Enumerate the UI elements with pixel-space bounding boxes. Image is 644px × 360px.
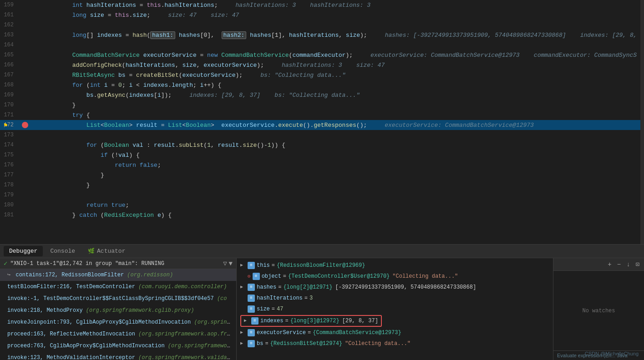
- var-expand-hi[interactable]: [240, 294, 246, 303]
- var-extra-object: "Collecting data...": [392, 272, 458, 281]
- var-extra-indexes: [29, 8, 37]: [342, 316, 378, 325]
- var-item-bs[interactable]: ▶ ≡ bs = {RedissonBitSet@12974} "Collect…: [237, 338, 553, 349]
- watches-empty-content: No watches: [553, 271, 644, 350]
- stack-frame-1[interactable]: testBloomFilter:216, TestDemoController …: [0, 281, 236, 293]
- frame-class-6: (org.springframework: [168, 343, 233, 349]
- var-item-this[interactable]: ▶ ≡ this = {RedissonBloomFilter@12969}: [237, 260, 553, 271]
- line-num-170: 170: [0, 102, 20, 108]
- var-eq-size: =: [272, 305, 275, 314]
- current-line-arrow: ⚑: [4, 121, 7, 129]
- code-content-165: CommandBatchService executorService = ne…: [30, 52, 637, 59]
- code-content-169: bs.getAsync(indexes[i]); indexes: [29, 8…: [30, 92, 635, 99]
- line-num-179: 179: [0, 192, 20, 198]
- stack-frame-4[interactable]: invokeJoinpoint:793, CglibAopProxy$Cglib…: [0, 316, 236, 328]
- code-line-167: 167 RBitSetAsync bs = createBitSet(execu…: [0, 70, 644, 80]
- line-num-181: 181: [0, 212, 20, 218]
- stack-frame-3[interactable]: invoke:218, MethodProxy (org.springframe…: [0, 305, 236, 316]
- var-expand-object[interactable]: [240, 272, 246, 281]
- tab-actuator[interactable]: 🌿 Actuator: [82, 246, 131, 256]
- var-value-es: {CommandBatchService@12973}: [313, 328, 401, 337]
- watermark: CSDN @MichelleChung: [585, 351, 639, 356]
- frame-class-2: (co: [217, 295, 227, 302]
- var-item-indexes[interactable]: ▶ ≡ indexes = {long[3]@12972} [29, 8, 37…: [237, 315, 553, 327]
- code-line-172: 172 List<Boolean> result = List<Boolean>…: [0, 120, 644, 130]
- stack-frame-6[interactable]: proceed:763, CglibAopProxy$CglibMethodIn…: [0, 340, 236, 352]
- watches-empty-label: No watches: [582, 308, 615, 314]
- var-name-this: this: [257, 261, 270, 270]
- tab-console[interactable]: Console: [45, 246, 81, 256]
- line-num-168: 168: [0, 82, 20, 88]
- tab-debugger[interactable]: Debugger: [4, 246, 43, 256]
- var-name-es: executorService: [257, 328, 306, 337]
- var-icon-bs: ≡: [248, 340, 255, 347]
- line-num-176: 176: [0, 162, 20, 168]
- tab-console-label: Console: [50, 248, 75, 255]
- code-line-169: 169 bs.getAsync(indexes[i]); indexes: [2…: [0, 90, 644, 100]
- frame-name-1: testBloomFilter:216, TestDemoController: [7, 284, 135, 290]
- code-content-159: int hashIterations = this.hashIterations…: [30, 2, 635, 9]
- var-icon-this: ≡: [248, 262, 255, 269]
- stack-thread: ✓ "XNIO-1 task-1"@12,742 in group "main"…: [4, 260, 221, 267]
- stack-frame-5[interactable]: proceed:163, ReflectiveMethodInvocation …: [0, 328, 236, 340]
- var-value-indexes-ref: {long[3]@12972}: [290, 316, 340, 325]
- code-line-176: 176 return false;: [0, 160, 644, 170]
- var-expand-this[interactable]: ▶: [240, 261, 246, 270]
- code-content-168: for (int i = 0; i < indexes.length; i++)…: [30, 82, 635, 89]
- thread-label: "XNIO-1 task-1"@12,742 in group "main": …: [10, 260, 164, 267]
- code-line-173: 173: [0, 130, 644, 140]
- line-num-169: 169: [0, 92, 20, 98]
- code-content-170: }: [30, 102, 635, 109]
- var-eq-bs: =: [265, 339, 268, 348]
- code-line-178: 178 }: [0, 180, 644, 190]
- code-line-161: 161 long size = this.size; size: 47 size…: [0, 10, 644, 20]
- frame-arrow-icon: ↪: [7, 272, 10, 278]
- frame-name-3: invoke:218, MethodProxy: [7, 307, 83, 314]
- stack-frame-2[interactable]: invoke:-1, TestDemoController$$FastClass…: [0, 293, 236, 305]
- var-eq-es: =: [308, 328, 311, 337]
- var-item-executorservice[interactable]: ▶ ≡ executorService = {CommandBatchServi…: [237, 327, 553, 338]
- var-expand-es[interactable]: ▶: [240, 328, 246, 337]
- var-value-object: {TestDemoController$User@12970}: [288, 272, 390, 281]
- stack-frame-7[interactable]: invoke:123, MethodValidationInterceptor …: [0, 352, 236, 360]
- code-line-175: 175 if (!val) {: [0, 150, 644, 160]
- frame-class-1: (com.ruoyi.demo.controller): [138, 284, 227, 290]
- frame-name-5: proceed:163, ReflectiveMethodInvocation: [7, 331, 135, 337]
- stack-frames-list: ↪ contains:172, RedissonBloomFilter (org…: [0, 269, 236, 360]
- line-num-162: 162: [0, 22, 20, 28]
- stack-dropdown-button[interactable]: ▼: [229, 260, 233, 267]
- code-content-161: long size = this.size; size: 47 size: 47: [30, 12, 635, 19]
- var-name-indexes: indexes: [260, 316, 283, 325]
- watches-add-button[interactable]: +: [606, 260, 613, 269]
- frame-class-4: (org.springfr: [194, 319, 236, 325]
- line-num-163: 163: [0, 32, 20, 38]
- frame-class-3: (org.springframework.cglib.proxy): [86, 307, 194, 314]
- watches-clear-button[interactable]: ⊡: [634, 260, 641, 269]
- vars-panel: ▶ ≡ this = {RedissonBloomFilter@12969} ⊙…: [237, 258, 553, 360]
- var-expand-hashes[interactable]: ▶: [240, 283, 246, 292]
- watches-toolbar: + − ↓ ⊡: [553, 258, 644, 271]
- var-item-hashes[interactable]: ▶ ≡ hashes = {long[2]@12971} [-392724991…: [237, 282, 553, 293]
- editor-scrollbar[interactable]: [640, 0, 644, 244]
- line-num-164: 164: [0, 42, 20, 48]
- bottom-panel: Debugger Console 🌿 Actuator ✓ "XNIO-1 ta…: [0, 244, 644, 360]
- var-expand-indexes[interactable]: ▶: [244, 316, 249, 325]
- code-content-166: addConfigCheck(hashIterations, size, exe…: [30, 62, 635, 69]
- stack-frame-0[interactable]: ↪ contains:172, RedissonBloomFilter (org…: [0, 269, 236, 281]
- frame-name-2: invoke:-1, TestDemoController$$FastClass…: [7, 295, 214, 302]
- var-eq-hi: =: [304, 294, 308, 303]
- stack-filter-button[interactable]: ▽: [223, 260, 227, 267]
- var-extra-bs: "Collecting data...": [345, 339, 411, 348]
- watches-down-button[interactable]: ↓: [624, 260, 632, 269]
- thread-check-icon: ✓: [4, 260, 7, 267]
- var-item-size[interactable]: ≡ size = 47: [237, 304, 553, 315]
- var-item-hashiterations[interactable]: ≡ hashIterations = 3: [237, 293, 553, 304]
- bp-172: [20, 122, 30, 128]
- code-content-167: RBitSetAsync bs = createBitSet(executorS…: [30, 72, 635, 79]
- var-expand-size[interactable]: [240, 305, 246, 314]
- var-expand-bs[interactable]: ▶: [240, 339, 246, 348]
- code-content-177: }: [30, 172, 635, 179]
- var-item-object[interactable]: ⊙ ≡ object = {TestDemoController$User@12…: [237, 271, 553, 282]
- watches-minus-button[interactable]: −: [615, 260, 623, 269]
- code-line-180: 180 return true;: [0, 200, 644, 210]
- line-num-171: 171: [0, 112, 20, 118]
